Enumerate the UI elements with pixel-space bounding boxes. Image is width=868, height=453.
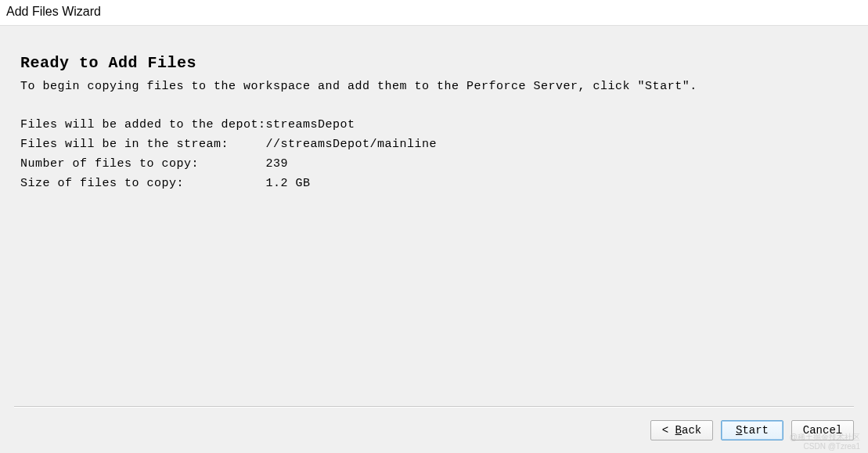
- start-rest: tart: [742, 424, 769, 437]
- summary-row-count: Number of files to copy: 239: [20, 154, 437, 174]
- window-title-bar: Add Files Wizard: [0, 0, 868, 25]
- watermark-line-1: @稀土掘金技术社区: [790, 433, 860, 442]
- watermark: @稀土掘金技术社区 CSDN @Tzrea1: [790, 433, 860, 451]
- page-heading: Ready to Add Files: [20, 54, 848, 72]
- summary-row-stream: Files will be in the stream: //streamsDe…: [20, 135, 437, 154]
- summary-row-depot: Files will be added to the depot: stream…: [20, 115, 437, 135]
- stream-value: //streamsDepot/mainline: [266, 135, 438, 154]
- depot-label: Files will be added to the depot:: [20, 115, 266, 135]
- back-button[interactable]: < Back: [650, 420, 713, 440]
- count-value: 239: [266, 154, 438, 174]
- count-label: Number of files to copy:: [20, 154, 266, 174]
- size-value: 1.2 GB: [266, 174, 438, 193]
- window-title: Add Files Wizard: [6, 5, 101, 18]
- stream-label: Files will be in the stream:: [20, 135, 266, 154]
- page-description: To begin copying files to the workspace …: [20, 80, 848, 93]
- separator-line: [14, 406, 854, 408]
- summary-table: Files will be added to the depot: stream…: [20, 115, 437, 193]
- watermark-line-2: CSDN @Tzrea1: [790, 442, 860, 451]
- depot-value: streamsDepot: [266, 115, 438, 135]
- summary-row-size: Size of files to copy: 1.2 GB: [20, 174, 437, 193]
- size-label: Size of files to copy:: [20, 174, 266, 193]
- wizard-content: Ready to Add Files To begin copying file…: [0, 25, 868, 453]
- back-mnemonic: B: [675, 424, 682, 437]
- back-rest: ack: [682, 424, 701, 437]
- start-button[interactable]: Start: [721, 420, 783, 440]
